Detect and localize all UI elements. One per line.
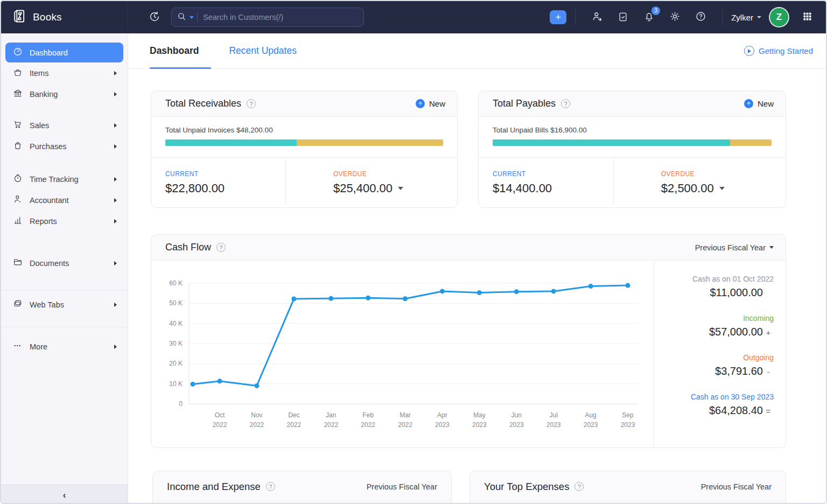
cash-flow-line-chart: 010 K20 K30 K40 K50 K60 KOct2022Nov2022D… [151,261,655,448]
brand[interactable]: Books [1,1,128,33]
settings-button[interactable] [665,8,684,26]
recent-history-button[interactable] [145,8,164,26]
sidebar: Dashboard Items Banking [1,33,128,504]
closing-balance-value: $64,208.40 [709,404,763,417]
help-icon[interactable]: ? [216,243,226,252]
svg-text:Mar: Mar [400,411,411,419]
payables-header: Total Payables ? + New [479,91,786,117]
announcements-button[interactable] [614,8,632,26]
svg-text:Jul: Jul [550,411,558,419]
incoming-value: $57,000.00 [709,326,763,338]
sidebar-item-time-tracking[interactable]: Time Tracking [5,169,123,190]
stopwatch-icon [13,173,23,185]
closing-balance-label[interactable]: Cash as on 30 Sep 2023 [654,393,774,401]
svg-text:2022: 2022 [398,421,412,429]
overdue-dropdown-caret-icon[interactable] [719,187,725,190]
person-star-icon [13,194,23,206]
org-switcher[interactable]: Zylker [731,13,761,22]
gear-icon [669,11,681,24]
income-expense-period[interactable]: Previous Fiscal Year [367,482,437,491]
top-expenses-title: Your Top Expenses [484,481,569,493]
svg-text:May: May [473,411,486,419]
basket-icon [13,67,23,79]
play-circle-icon [744,46,754,56]
search-input[interactable] [203,13,358,22]
page-header: Dashboard Recent Updates Getting Started [128,33,827,69]
tab-recent-updates[interactable]: Recent Updates [229,45,297,57]
svg-text:20 K: 20 K [169,360,183,367]
sidebar-collapse-button[interactable]: ‹ [1,485,128,504]
chevron-right-icon [114,261,117,265]
history-clock-icon [149,11,160,24]
notifications-button[interactable]: 3 [640,8,658,26]
topbar: Books + [1,1,826,33]
current-segment [493,139,730,146]
topbar-divider [575,9,576,25]
svg-text:0: 0 [179,400,183,408]
help-icon[interactable]: ? [561,99,570,108]
svg-text:2023: 2023 [621,421,635,429]
sidebar-item-purchases[interactable]: Purchases [5,136,123,157]
sidebar-item-sales[interactable]: Sales [5,115,123,136]
receivables-footer: CURRENT $22,800.00 OVERDUE $25,400.00 [151,157,457,205]
total-payables-card: Total Payables ? + New Total Unpaid Bill… [478,90,786,208]
plus-circle-icon: + [416,99,425,108]
getting-started-link[interactable]: Getting Started [744,46,813,56]
new-receivable-button[interactable]: + New [416,99,445,108]
help-icon[interactable]: ? [574,482,584,491]
income-expense-card: Income and Expense ? Previous Fiscal Yea… [152,471,452,504]
folder-icon [13,257,23,269]
sidebar-item-more[interactable]: More [5,336,123,357]
svg-text:Apr: Apr [437,411,447,419]
org-name: Zylker [731,13,753,22]
refer-users-button[interactable] [588,8,606,26]
apps-grid-icon [802,11,812,23]
svg-text:Aug: Aug [585,411,596,419]
help-button[interactable] [691,8,710,26]
chevron-right-icon [114,92,117,96]
sidebar-item-dashboard[interactable]: Dashboard [5,43,123,62]
chevron-right-icon [114,345,117,349]
cash-flow-body: 010 K20 K30 K40 K50 K60 KOct2022Nov2022D… [151,261,786,448]
sidebar-item-web-tabs[interactable]: Web Tabs [5,294,123,315]
apps-grid-button[interactable] [798,8,816,26]
sidebar-item-accountant[interactable]: Accountant [5,190,123,211]
top-expenses-period[interactable]: Previous Fiscal Year [701,482,772,491]
top-expenses-card: Your Top Expenses ? Previous Fiscal Year [469,471,786,504]
top-expenses-header: Your Top Expenses ? Previous Fiscal Year [470,471,786,502]
quick-create-button[interactable]: + [550,10,566,24]
svg-text:2023: 2023 [472,421,487,429]
incoming-label: Incoming [654,314,774,323]
chevron-down-icon [769,246,774,249]
svg-text:2023: 2023 [584,421,598,429]
chevron-right-icon [114,71,117,75]
dashboard-icon [13,47,23,58]
svg-text:Oct: Oct [215,411,225,419]
cart-icon [13,120,23,131]
new-payable-button[interactable]: + New [744,99,774,108]
sidebar-item-documents[interactable]: Documents [5,253,123,274]
sidebar-item-banking[interactable]: Banking [5,83,123,104]
sidebar-item-items[interactable]: Items [5,62,123,83]
main-content: Dashboard Recent Updates Getting Started… [128,33,827,504]
current-label: CURRENT [493,170,613,178]
overdue-dropdown-caret-icon[interactable] [398,187,403,190]
svg-text:2022: 2022 [250,421,264,429]
help-icon[interactable]: ? [266,482,275,491]
svg-text:30 K: 30 K [169,340,183,347]
topbar-actions: + [550,8,826,26]
search-scope-chevron-icon[interactable] [190,16,194,19]
cash-flow-period-select[interactable]: Previous Fiscal Year [695,243,774,252]
help-icon [695,11,706,24]
bank-icon [13,88,23,100]
sidebar-item-reports[interactable]: Reports [5,211,123,232]
global-search[interactable] [171,8,364,27]
svg-text:2022: 2022 [213,421,227,429]
chevron-left-icon: ‹ [63,490,66,501]
tab-dashboard[interactable]: Dashboard [150,45,199,57]
help-icon[interactable]: ? [247,99,256,108]
avatar[interactable]: Z [770,8,788,26]
bag-icon [13,141,23,152]
opening-balance-value: $11,000.00 [710,286,763,299]
receivables-progress-bar [165,139,443,146]
